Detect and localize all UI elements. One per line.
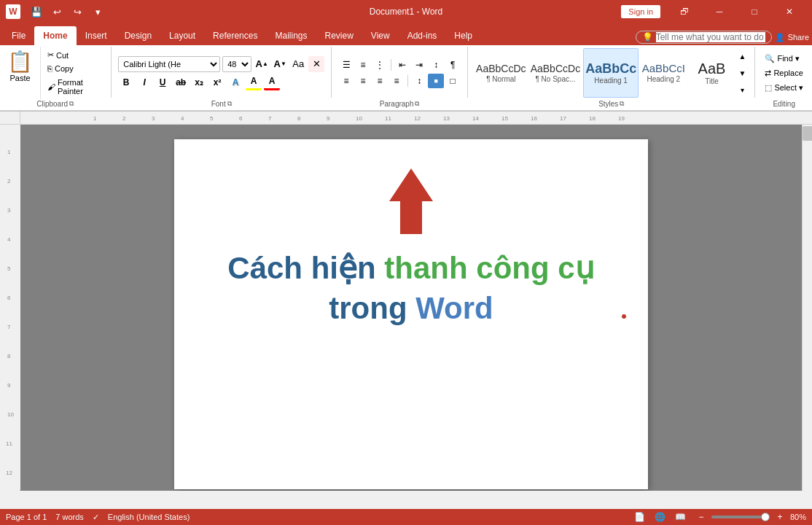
italic-button[interactable]: I [136, 74, 152, 90]
para-divider [391, 59, 391, 71]
increase-indent-button[interactable]: ⇥ [411, 58, 427, 72]
font-expand[interactable]: ⧉ [227, 100, 232, 108]
clear-format-button[interactable]: ✕ [308, 56, 324, 72]
style-heading1[interactable]: AaBbCc Heading 1 [583, 48, 639, 98]
zoom-slider-track[interactable] [711, 516, 770, 518]
zoom-out-button[interactable]: − [694, 511, 708, 523]
tab-home[interactable]: Home [34, 26, 76, 45]
maximize-button[interactable]: □ [738, 0, 771, 23]
tab-file[interactable]: File [3, 26, 34, 45]
tell-me-bar[interactable]: 💡 [636, 31, 772, 44]
sort-button[interactable]: ↕ [428, 58, 444, 72]
svg-text:6: 6 [7, 295, 11, 301]
share-button[interactable]: 👤 Share [775, 33, 809, 42]
save-button[interactable]: 💾 [28, 3, 45, 20]
read-mode-button[interactable]: 📖 [674, 511, 688, 523]
decrease-font-button[interactable]: A▼ [272, 56, 288, 72]
cut-button[interactable]: ✂ Cut [45, 49, 104, 61]
svg-text:11: 11 [385, 115, 391, 122]
clipboard-label: Clipboard ⧉ [3, 99, 107, 109]
horizontal-ruler: 123 456 789 101112 131415 161718 19 [20, 112, 812, 124]
tab-references[interactable]: References [204, 26, 266, 45]
styles-expand[interactable]: ▾ [736, 82, 748, 98]
shading-button[interactable]: ■ [428, 74, 444, 88]
bold-button[interactable]: B [118, 74, 134, 90]
ruler: 123 456 789 101112 131415 161718 19 [0, 112, 812, 125]
replace-button[interactable]: ⇄ Replace [762, 67, 806, 79]
styles-scroll: ▲ ▼ ▾ [736, 48, 748, 98]
style-heading1-preview: AaBbCc [585, 62, 636, 75]
scrollbar-thumb[interactable] [803, 126, 812, 141]
styles-expand-icon[interactable]: ⧉ [620, 100, 624, 108]
style-title[interactable]: AaB Title [688, 48, 735, 98]
increase-font-button[interactable]: A▲ [254, 56, 270, 72]
tab-insert[interactable]: Insert [77, 26, 116, 45]
format-painter-button[interactable]: 🖌 Format Painter [45, 77, 104, 97]
align-center-button[interactable]: ≡ [355, 74, 371, 88]
align-right-button[interactable]: ≡ [372, 74, 388, 88]
document-area[interactable]: Cách hiện thanh công cụ trong Word [20, 125, 802, 491]
bullets-button[interactable]: ☰ [338, 58, 354, 72]
tab-mailings[interactable]: Mailings [266, 26, 316, 45]
tab-help[interactable]: Help [445, 26, 481, 45]
tab-view[interactable]: View [362, 26, 399, 45]
font-family-select[interactable]: Calibri Light (He [118, 56, 220, 72]
strikethrough-button[interactable]: ab [173, 74, 189, 90]
font-group: Calibri Light (He 48 A▲ A▼ Aа ✕ B I U ab… [115, 47, 327, 109]
tab-addins[interactable]: Add-ins [399, 26, 446, 45]
font-size-select[interactable]: 48 [222, 56, 251, 72]
print-layout-button[interactable]: 📄 [633, 511, 647, 523]
numbering-button[interactable]: ≡ [355, 58, 371, 72]
highlight-button[interactable]: A [246, 74, 262, 90]
vertical-scrollbar[interactable] [802, 125, 812, 491]
restore-button[interactable]: 🗗 [668, 0, 701, 23]
redo-button[interactable]: ↪ [69, 3, 86, 20]
select-button[interactable]: ⬚ Select ▾ [762, 82, 806, 94]
paste-button[interactable]: 📋 Paste [4, 48, 36, 84]
find-button[interactable]: 🔍 Find ▾ [762, 52, 806, 65]
decrease-indent-button[interactable]: ⇤ [394, 58, 410, 72]
tab-layout[interactable]: Layout [160, 26, 204, 45]
divider-1 [111, 47, 112, 98]
font-color-button[interactable]: A [264, 74, 280, 90]
para-row1: ☰ ≡ ⋮ ⇤ ⇥ ↕ ¶ [338, 58, 461, 72]
align-left-button[interactable]: ≡ [338, 74, 354, 88]
paste-label: Paste [9, 74, 30, 82]
underline-button[interactable]: U [155, 74, 171, 90]
styles-scroll-up[interactable]: ▲ [736, 48, 748, 64]
replace-icon: ⇄ [765, 69, 771, 78]
tab-design[interactable]: Design [116, 26, 160, 45]
multilevel-button[interactable]: ⋮ [372, 58, 388, 72]
sign-in-button[interactable]: Sign in [621, 5, 660, 18]
change-case-button[interactable]: Aа [290, 56, 306, 72]
superscript-button[interactable]: x² [209, 74, 225, 90]
para-divider2 [407, 75, 408, 87]
clipboard-expand[interactable]: ⧉ [69, 100, 74, 108]
find-dropdown[interactable]: ▾ [795, 54, 800, 63]
zoom-in-button[interactable]: + [773, 511, 787, 523]
line-spacing-button[interactable]: ↕ [411, 74, 427, 88]
style-nospacing[interactable]: AaBbCcDc ¶ No Spac... [529, 48, 582, 98]
border-button[interactable]: □ [445, 74, 461, 88]
para-expand[interactable]: ⧉ [415, 100, 419, 108]
close-button[interactable]: ✕ [773, 0, 806, 23]
undo-button[interactable]: ↩ [48, 3, 66, 20]
copy-button[interactable]: ⎘ Copy [45, 63, 104, 74]
style-normal[interactable]: AaBbCcDc ¶ Normal [475, 48, 528, 98]
tab-review[interactable]: Review [316, 26, 362, 45]
subscript-button[interactable]: x₂ [191, 74, 207, 90]
minimize-button[interactable]: ─ [703, 0, 736, 23]
customize-button[interactable]: ▾ [89, 3, 106, 20]
style-title-label: Title [705, 77, 719, 85]
paragraph-group: ☰ ≡ ⋮ ⇤ ⇥ ↕ ¶ ≡ ≡ ≡ ≡ ↕ ■ □ [335, 47, 464, 109]
styles-scroll-down[interactable]: ▼ [736, 65, 748, 81]
select-dropdown[interactable]: ▾ [799, 83, 803, 93]
web-layout-button[interactable]: 🌐 [653, 511, 668, 523]
style-heading2[interactable]: AaBbCcI Heading 2 [640, 48, 687, 98]
show-marks-button[interactable]: ¶ [445, 58, 461, 72]
zoom-slider-thumb[interactable] [761, 513, 770, 521]
text-effects-button[interactable]: A [227, 74, 243, 90]
justify-button[interactable]: ≡ [389, 74, 405, 88]
tell-me-input[interactable] [656, 32, 765, 42]
paste-section: 📋 Paste [3, 47, 41, 99]
